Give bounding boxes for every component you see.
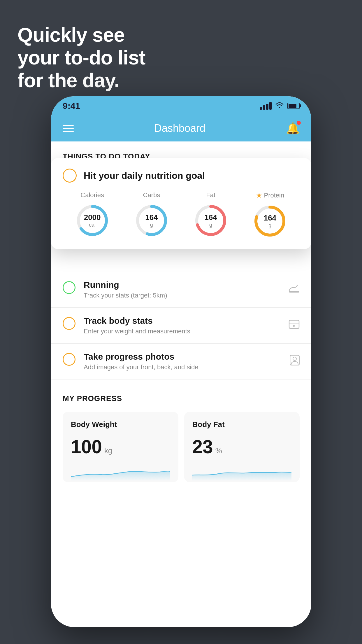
calories-value: 2000	[84, 213, 101, 222]
body-fat-unit: %	[215, 446, 222, 455]
protein-label: ★ Protein	[256, 191, 284, 200]
todo-running-text: Running Track your stats (target: 5km)	[84, 280, 280, 299]
phone-shell: 9:41 Dashboard 🔔	[51, 96, 311, 627]
protein-item: ★ Protein 164 g	[252, 191, 287, 239]
progress-header: MY PROGRESS	[63, 394, 300, 403]
body-fat-title: Body Fat	[192, 420, 292, 429]
body-fat-value: 23	[192, 436, 213, 458]
progress-section: MY PROGRESS Body Weight 100 kg	[51, 379, 311, 491]
nutrition-card-title: Hit your daily nutrition goal	[84, 170, 205, 181]
running-title: Running	[84, 280, 280, 290]
calories-unit: cal	[84, 222, 101, 228]
status-time: 9:41	[63, 101, 80, 111]
todo-progress-photos[interactable]: Take progress photos Add images of your …	[51, 344, 311, 379]
protein-donut: 164 g	[252, 204, 287, 239]
battery-icon	[287, 103, 300, 109]
running-subtitle: Track your stats (target: 5km)	[84, 292, 280, 299]
fat-unit: g	[204, 222, 217, 228]
body-stats-subtitle: Enter your weight and measurements	[84, 328, 280, 335]
nutrition-grid: Calories 2000 cal	[63, 191, 300, 239]
body-fat-chart	[192, 463, 292, 481]
content-area: THINGS TO DO TODAY Hit your daily nutrit…	[51, 141, 311, 627]
body-weight-unit: kg	[104, 446, 112, 455]
headline-line3: for the day.	[17, 69, 145, 92]
status-icons	[260, 101, 300, 110]
todo-body-stats-text: Track body stats Enter your weight and m…	[84, 316, 280, 335]
body-weight-value: 100	[71, 436, 102, 458]
calories-label: Calories	[80, 191, 104, 199]
svg-point-10	[293, 325, 295, 327]
carbs-donut: 164 g	[134, 203, 169, 238]
protein-value: 164	[264, 214, 276, 223]
calories-donut: 2000 cal	[75, 203, 110, 238]
photos-check-circle[interactable]	[63, 353, 75, 366]
fat-label: Fat	[206, 191, 215, 199]
protein-unit: g	[264, 223, 276, 229]
todo-photos-text: Take progress photos Add images of your …	[84, 352, 282, 371]
headline-line1: Quickly see	[17, 23, 145, 46]
body-weight-title: Body Weight	[71, 420, 170, 429]
running-check-circle[interactable]	[63, 281, 75, 294]
wifi-icon	[275, 101, 284, 110]
fat-donut: 164 g	[193, 203, 228, 238]
nav-bar: Dashboard 🔔	[51, 115, 311, 141]
fat-item: Fat 164 g	[193, 191, 228, 238]
todo-body-stats[interactable]: Track body stats Enter your weight and m…	[51, 308, 311, 344]
body-weight-chart	[71, 463, 170, 481]
carbs-unit: g	[145, 222, 158, 228]
body-fat-card: Body Fat 23 %	[184, 412, 300, 482]
notification-dot	[297, 121, 301, 125]
nutrition-check-circle[interactable]	[63, 169, 77, 183]
running-shoe-icon	[289, 284, 300, 295]
headline: Quickly see your to-do list for the day.	[17, 23, 145, 92]
carbs-label: Carbs	[143, 191, 160, 199]
headline-line2: your to-do list	[17, 46, 145, 69]
body-stats-check-circle[interactable]	[63, 317, 75, 330]
body-stats-title: Track body stats	[84, 316, 280, 326]
notification-bell-icon[interactable]: 🔔	[286, 122, 300, 135]
scale-icon	[289, 320, 300, 331]
svg-point-12	[293, 357, 296, 360]
todo-running[interactable]: Running Track your stats (target: 5km)	[51, 272, 311, 308]
status-bar: 9:41	[51, 96, 311, 115]
nav-title: Dashboard	[154, 122, 205, 134]
carbs-value: 164	[145, 213, 158, 222]
person-icon	[290, 355, 300, 368]
progress-cards: Body Weight 100 kg	[63, 412, 300, 482]
star-icon: ★	[256, 191, 262, 200]
signal-icon	[260, 102, 272, 110]
menu-icon[interactable]	[63, 125, 74, 132]
nutrition-card: Hit your daily nutrition goal Calories	[51, 158, 311, 249]
photos-subtitle: Add images of your front, back, and side	[84, 363, 282, 371]
fat-value: 164	[204, 213, 217, 222]
photos-title: Take progress photos	[84, 352, 282, 362]
carbs-item: Carbs 164 g	[134, 191, 169, 238]
body-weight-card: Body Weight 100 kg	[63, 412, 178, 482]
calories-item: Calories 2000 cal	[75, 191, 110, 238]
